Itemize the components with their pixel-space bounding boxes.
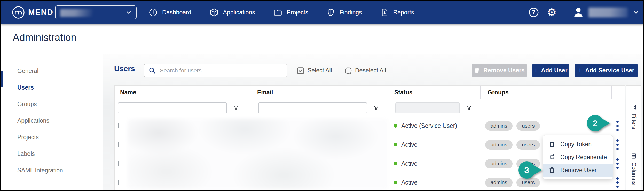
groups-cell: admins users: [480, 178, 611, 187]
brand-name: MEND: [28, 8, 53, 17]
sidebar-item-groups[interactable]: Groups: [1, 96, 102, 112]
table-side-rail: Filters Columns: [626, 85, 641, 190]
clipboard-icon: [548, 141, 555, 148]
search-input[interactable]: [160, 67, 283, 74]
cube-icon: [209, 8, 219, 17]
column-header-name[interactable]: Name: [115, 86, 250, 99]
row-actions-kebab-menu[interactable]: [612, 138, 623, 151]
column-header-status[interactable]: Status: [387, 86, 480, 99]
table-filter-row: [115, 99, 625, 116]
group-badge: users: [516, 178, 540, 187]
status-filter-input[interactable]: [395, 102, 460, 113]
sidebar-item-projects[interactable]: Projects: [1, 129, 102, 145]
user-menu[interactable]: [572, 6, 640, 19]
menu-item-copy-token[interactable]: Copy Token: [543, 138, 613, 151]
active-status-dot: [394, 162, 397, 165]
folder-icon: [273, 8, 282, 17]
table-row: Active (Service User) admins users: [115, 116, 625, 135]
row-actions-kebab-menu[interactable]: [612, 176, 623, 189]
page-header: Administration: [1, 24, 643, 54]
gear-icon: ⚙: [547, 7, 557, 18]
column-header-groups[interactable]: Groups: [480, 86, 611, 99]
navbar-divider: [565, 7, 565, 18]
nav-item-dashboard[interactable]: Dashboard: [148, 8, 191, 17]
row-checkbox[interactable]: [118, 142, 119, 147]
app-window: MEND Dashboard Applications: [0, 0, 644, 191]
active-status-dot: [394, 143, 397, 146]
name-filter-input[interactable]: [118, 102, 227, 113]
row-actions-kebab-menu[interactable]: [612, 157, 623, 170]
nav-label: Projects: [287, 9, 308, 16]
dashed-square-icon: [344, 67, 352, 75]
nav-label: Reports: [393, 9, 414, 16]
sidebar-item-general[interactable]: General: [1, 63, 102, 79]
funnel-icon: [373, 105, 380, 111]
menu-item-copy-regenerate[interactable]: Copy Regenerate: [543, 151, 613, 164]
trash-icon: [548, 167, 555, 174]
sidebar-item-saml-integration[interactable]: SAML Integration: [1, 162, 102, 179]
sidebar-item-labels[interactable]: Labels: [1, 145, 102, 162]
email-filter-button[interactable]: [373, 105, 380, 111]
mend-logo: MEND: [12, 1, 53, 24]
plus-icon: +: [578, 66, 582, 74]
callout-step-3: 3: [518, 161, 535, 179]
help-button[interactable]: ?: [527, 6, 540, 19]
user-avatar-icon: [572, 6, 585, 19]
remove-users-button[interactable]: Remove Users: [472, 64, 527, 77]
columns-panel-button[interactable]: Columns: [631, 153, 637, 185]
sidebar-item-applications[interactable]: Applications: [1, 112, 102, 129]
nav-item-reports[interactable]: Reports: [380, 8, 414, 17]
nav-item-projects[interactable]: Projects: [273, 8, 308, 17]
add-service-user-button[interactable]: + Add Service User: [575, 64, 638, 77]
filters-panel-button[interactable]: Filters: [631, 104, 637, 129]
row-actions-kebab-menu[interactable]: [612, 119, 623, 133]
redacted-org-name: [60, 9, 93, 17]
organization-dropdown[interactable]: [55, 5, 137, 19]
add-user-button[interactable]: + Add User: [532, 64, 569, 77]
admin-sidebar: General Users Groups Applications Projec…: [1, 54, 102, 190]
nav-item-applications[interactable]: Applications: [209, 8, 255, 17]
top-navbar: MEND Dashboard Applications: [1, 1, 643, 24]
funnel-icon: [466, 105, 472, 111]
column-header-actions: [611, 86, 625, 99]
email-filter-input[interactable]: [258, 102, 367, 113]
settings-button[interactable]: ⚙: [545, 6, 559, 19]
status-cell: Active: [387, 160, 480, 167]
users-heading: Users: [114, 64, 135, 73]
group-badge: admins: [485, 121, 513, 131]
table-header-row: Name Email Status Groups: [115, 86, 625, 99]
trash-icon: [474, 67, 480, 74]
plus-icon: +: [534, 66, 538, 74]
deselect-all-button[interactable]: Deselect All: [344, 64, 386, 77]
status-filter-button[interactable]: [466, 105, 472, 111]
nav-label: Findings: [340, 9, 362, 16]
search-icon: [148, 67, 156, 75]
group-badge: admins: [485, 159, 513, 168]
column-header-email[interactable]: Email: [250, 86, 387, 99]
row-checkbox[interactable]: [118, 161, 119, 166]
status-cell: Active (Service User): [387, 122, 480, 129]
columns-icon: [631, 153, 637, 159]
funnel-icon: [233, 105, 239, 111]
group-badge: admins: [485, 140, 513, 150]
redacted-user-name: [588, 8, 628, 17]
sidebar-item-users[interactable]: Users: [1, 79, 102, 96]
active-status-dot: [394, 181, 397, 184]
funnel-icon: [631, 104, 637, 111]
nav-item-findings[interactable]: Findings: [326, 8, 362, 17]
active-status-dot: [394, 124, 397, 128]
page-title: Administration: [13, 32, 76, 43]
navbar-right: ? ⚙: [527, 1, 640, 24]
report-download-icon: [380, 8, 389, 17]
group-badge: users: [516, 121, 540, 131]
row-checkbox[interactable]: [118, 123, 119, 128]
checkbox-checked-icon: [296, 66, 305, 75]
row-checkbox[interactable]: [118, 180, 119, 185]
callout-step-2: 2: [587, 115, 603, 131]
select-all-button[interactable]: Select All: [296, 64, 332, 77]
menu-item-remove-user[interactable]: Remove User: [543, 164, 613, 177]
svg-text:?: ?: [532, 9, 535, 16]
name-filter-button[interactable]: [233, 105, 239, 111]
shield-icon: [326, 8, 335, 17]
status-cell: Active: [387, 179, 480, 186]
